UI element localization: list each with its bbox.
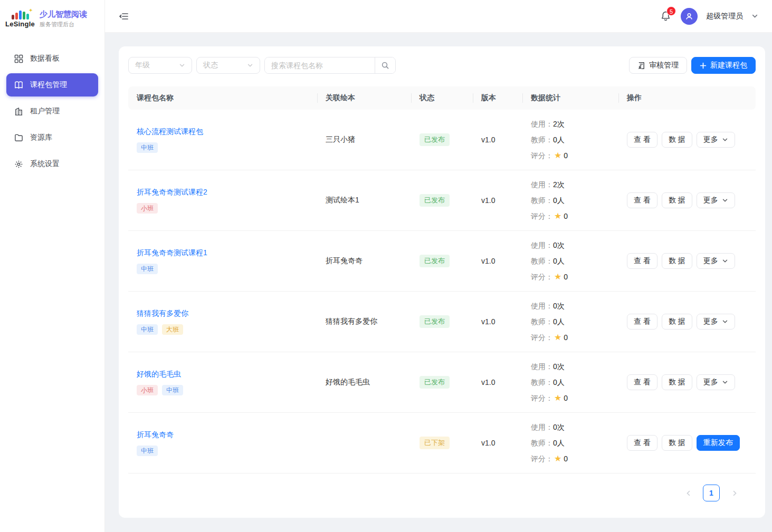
grade-filter-select[interactable]: 年级: [128, 57, 192, 74]
version-cell: v1.0: [473, 378, 522, 386]
sidebar-item-label: 资源库: [30, 133, 52, 142]
action-button-label: 数 据: [669, 317, 685, 326]
grade-filter-placeholder: 年级: [135, 61, 150, 70]
column-header-stats: 数据统计: [522, 93, 618, 103]
view-button[interactable]: 查 看: [627, 132, 657, 148]
teacher-label: 教师：: [531, 314, 553, 330]
stats-cell: 使用：0次 教师：0人 评分：★0: [522, 359, 618, 406]
audit-button-label: 审核管理: [649, 61, 679, 70]
pagination-page-1[interactable]: 1: [703, 485, 720, 501]
book-cell: 猜猜我有多爱你: [317, 317, 411, 326]
more-button[interactable]: 更多: [697, 192, 735, 208]
dashboard-icon: [14, 54, 23, 63]
more-button[interactable]: 更多: [697, 253, 735, 269]
version-cell: v1.0: [473, 136, 522, 144]
notification-bell-icon[interactable]: 5: [659, 9, 672, 23]
version-cell: v1.0: [473, 317, 522, 326]
action-button-label: 数 据: [669, 378, 685, 387]
pagination-next-icon[interactable]: [727, 486, 742, 500]
teacher-value: 0人: [553, 374, 565, 390]
package-name-link[interactable]: 核心流程测试课程包: [137, 127, 203, 137]
sidebar-item-dashboard[interactable]: 数据看板: [6, 47, 98, 70]
search-group: [264, 57, 396, 74]
more-button[interactable]: 更多: [697, 132, 735, 148]
status-filter-select[interactable]: 状态: [196, 57, 260, 74]
action-button-label: 数 据: [669, 196, 685, 205]
data-button[interactable]: 数 据: [662, 253, 692, 269]
sidebar-item-course-packages[interactable]: 课程包管理: [6, 73, 98, 96]
column-header-version: 版本: [473, 93, 522, 103]
stats-cell: 使用：0次 教师：0人 评分：★0: [522, 419, 618, 467]
chevron-down-icon[interactable]: [751, 13, 758, 20]
logo-bars-icon: ✦: [12, 10, 29, 20]
stats-cell: 使用：2次 教师：0人 评分：★0: [522, 177, 618, 224]
data-button[interactable]: 数 据: [662, 132, 692, 148]
plus-icon: [700, 62, 707, 69]
sidebar-item-settings[interactable]: 系统设置: [6, 152, 98, 176]
brand-logo: ✦ LeSingle 少儿智慧阅读 服务管理后台: [0, 0, 104, 37]
action-button-label: 查 看: [634, 438, 651, 448]
actions-cell: 查 看数 据更多: [627, 132, 747, 148]
grade-tags: 中班: [137, 264, 309, 274]
brand-title: 少儿智慧阅读: [40, 9, 87, 20]
view-button[interactable]: 查 看: [627, 374, 657, 390]
sidebar-item-label: 系统设置: [30, 159, 60, 169]
action-button-label: 重新发布: [703, 438, 733, 448]
book-cell: 测试绘本1: [317, 196, 411, 205]
data-button[interactable]: 数 据: [662, 314, 692, 330]
chevron-down-icon: [179, 62, 185, 69]
sidebar-menu: 数据看板 课程包管理 租户管理 资源库: [0, 37, 104, 188]
usage-value: 0次: [553, 359, 565, 374]
sidebar-item-resources[interactable]: 资源库: [6, 126, 98, 149]
sidebar-item-label: 租户管理: [30, 107, 60, 116]
audit-management-button[interactable]: 审核管理: [629, 57, 687, 74]
more-button[interactable]: 更多: [697, 374, 735, 390]
grade-tags: 中班: [137, 446, 309, 456]
action-button-label: 更多: [703, 135, 718, 144]
rating-value: 0: [564, 208, 568, 224]
stats-cell: 使用：0次 教师：0人 评分：★0: [522, 237, 618, 285]
view-button[interactable]: 查 看: [627, 435, 657, 451]
status-badge: 已发布: [420, 315, 450, 328]
pagination-prev-icon[interactable]: [681, 486, 695, 500]
search-input[interactable]: [265, 57, 375, 73]
action-button-label: 查 看: [634, 256, 651, 266]
table-row: 折耳兔奇奇测试课程1 中班 折耳兔奇奇 已发布 v1.0 使用：0次 教师：0人…: [128, 231, 756, 292]
data-button[interactable]: 数 据: [662, 435, 692, 451]
view-button[interactable]: 查 看: [627, 314, 657, 330]
user-name[interactable]: 超级管理员: [706, 12, 743, 21]
action-button-label: 更多: [703, 256, 718, 266]
table-header: 课程包名称 关联绘本 状态 版本 数据统计 操作: [128, 86, 756, 110]
create-package-button[interactable]: 新建课程包: [691, 57, 756, 74]
grade-tag: 中班: [137, 446, 158, 456]
view-button[interactable]: 查 看: [627, 192, 657, 208]
package-name-link[interactable]: 折耳兔奇奇: [137, 430, 174, 440]
usage-label: 使用：: [531, 298, 553, 314]
avatar[interactable]: [681, 8, 698, 25]
gear-icon: [14, 160, 23, 169]
sidebar-item-tenants[interactable]: 租户管理: [6, 100, 98, 123]
package-name-link[interactable]: 折耳兔奇奇测试课程2: [137, 188, 207, 197]
actions-cell: 查 看数 据更多: [627, 253, 747, 269]
grade-tag: 中班: [137, 324, 158, 335]
republish-button[interactable]: 重新发布: [697, 435, 740, 451]
rating-label: 评分：: [531, 208, 553, 224]
status-filter-placeholder: 状态: [203, 61, 218, 70]
data-button[interactable]: 数 据: [662, 192, 692, 208]
package-name-link[interactable]: 猜猜我有多爱你: [137, 309, 188, 318]
rating-value: 0: [564, 148, 568, 163]
package-name-link[interactable]: 好饿的毛毛虫: [137, 370, 181, 379]
status-badge: 已发布: [420, 376, 450, 389]
sidebar: ✦ LeSingle 少儿智慧阅读 服务管理后台 数据看板 课程包: [0, 0, 105, 532]
data-button[interactable]: 数 据: [662, 374, 692, 390]
package-name-link[interactable]: 折耳兔奇奇测试课程1: [137, 248, 207, 258]
grade-tag: 大班: [162, 324, 183, 335]
status-badge: 已下架: [420, 437, 450, 449]
view-button[interactable]: 查 看: [627, 253, 657, 269]
more-button[interactable]: 更多: [697, 314, 735, 330]
menu-fold-icon[interactable]: [117, 9, 131, 24]
star-icon: ★: [554, 390, 561, 406]
usage-value: 0次: [553, 298, 565, 314]
grade-tags: 中班: [137, 142, 309, 153]
search-button[interactable]: [375, 57, 395, 73]
